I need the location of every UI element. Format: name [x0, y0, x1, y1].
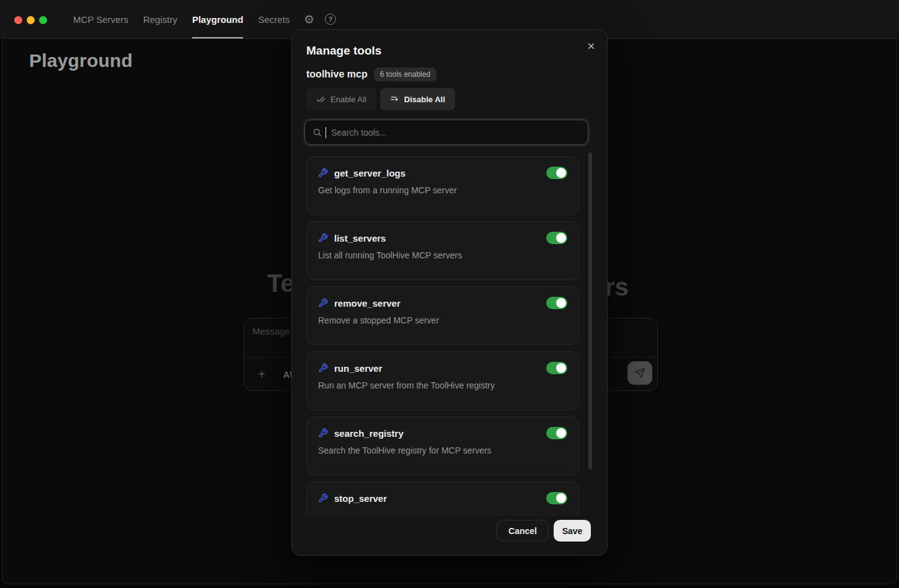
toggle-knob: [556, 168, 566, 178]
tool-card-header: get_server_logs: [318, 167, 567, 179]
close-icon[interactable]: [585, 40, 597, 52]
tool-name: remove_server: [334, 298, 401, 309]
tool-list[interactable]: get_server_logs Get logs from a running …: [306, 154, 579, 516]
toggle-knob: [556, 428, 566, 438]
toggle-knob: [556, 493, 566, 503]
app-window: MCP Servers Registry Playground Secrets …: [0, 0, 899, 588]
disable-all-button[interactable]: Disable All: [380, 88, 455, 110]
tool-card-header: remove_server: [318, 297, 567, 309]
attach-plus-icon[interactable]: +: [253, 366, 270, 383]
nav-mcp-servers[interactable]: MCP Servers: [73, 0, 128, 38]
dialog-title: Manage tools: [306, 44, 381, 58]
server-name: toolhive mcp: [306, 69, 368, 80]
tool-description: Run an MCP server from the ToolHive regi…: [318, 380, 567, 390]
tool-card-header: list_servers: [318, 232, 567, 244]
manage-tools-dialog: Manage tools toolhive mcp 6 tools enable…: [291, 29, 608, 556]
tool-card-header: run_server: [318, 362, 567, 374]
tool-card: list_servers List all running ToolHive M…: [306, 221, 579, 280]
tool-name: stop_server: [334, 493, 387, 504]
tool-description: List all running ToolHive MCP servers: [318, 250, 567, 260]
tool-description: Get logs from a running MCP server: [318, 185, 567, 195]
list-x-icon: [390, 95, 399, 104]
tool-toggle[interactable]: [546, 167, 567, 179]
traffic-lights: [14, 16, 47, 24]
wrench-icon: [318, 363, 328, 373]
search-tools-field: [304, 120, 588, 145]
tool-toggle[interactable]: [546, 362, 567, 374]
help-icon[interactable]: ?: [325, 14, 336, 25]
enable-all-button[interactable]: Enable All: [306, 88, 376, 110]
toggle-knob: [556, 233, 566, 243]
tool-name: search_registry: [334, 428, 404, 439]
toggle-knob: [556, 298, 566, 308]
enable-all-label: Enable All: [330, 95, 366, 104]
tool-description: Remove a stopped MCP server: [318, 315, 567, 325]
tool-card: search_registry Search the ToolHive regi…: [306, 416, 579, 475]
disable-all-label: Disable All: [404, 95, 445, 104]
send-plane-icon: [634, 367, 645, 379]
tool-name: list_servers: [334, 233, 386, 244]
wrench-icon: [318, 168, 328, 178]
tool-toggle[interactable]: [546, 492, 567, 504]
tool-toggle[interactable]: [546, 297, 567, 309]
text-caret: [326, 127, 326, 138]
maximize-window-button[interactable]: [39, 16, 47, 24]
check-check-icon: [316, 95, 326, 104]
send-button[interactable]: [627, 361, 652, 385]
toggle-knob: [556, 363, 566, 373]
minimize-window-button[interactable]: [27, 16, 35, 24]
tool-card: remove_server Remove a stopped MCP serve…: [306, 286, 579, 345]
tools-enabled-badge: 6 tools enabled: [374, 68, 436, 81]
search-input[interactable]: [331, 128, 580, 138]
nav-secrets[interactable]: Secrets: [258, 0, 290, 38]
tool-description: Search the ToolHive registry for MCP ser…: [318, 445, 567, 455]
tool-card-header: stop_server: [318, 492, 567, 504]
tool-name: run_server: [334, 363, 383, 374]
tool-card: run_server Run an MCP server from the To…: [306, 351, 579, 410]
tool-card: get_server_logs Get logs from a running …: [306, 156, 579, 215]
server-row: toolhive mcp 6 tools enabled: [306, 68, 436, 81]
nav-registry[interactable]: Registry: [143, 0, 177, 38]
wrench-icon: [318, 298, 328, 308]
page-title: Playground: [29, 50, 133, 71]
wrench-icon: [318, 233, 328, 243]
settings-gear-icon[interactable]: ⚙: [304, 14, 314, 25]
close-window-button[interactable]: [14, 16, 22, 24]
main-nav: MCP Servers Registry Playground Secrets: [73, 0, 290, 38]
wrench-icon: [318, 493, 328, 503]
tool-toggle[interactable]: [546, 427, 567, 439]
search-icon: [312, 128, 322, 137]
wrench-icon: [318, 428, 328, 438]
tool-toggle[interactable]: [546, 232, 567, 244]
scrollbar-thumb[interactable]: [588, 152, 592, 470]
background-heading-fragment-left: Te: [267, 270, 294, 297]
cancel-button[interactable]: Cancel: [497, 520, 549, 542]
tool-card-header: search_registry: [318, 427, 567, 439]
bulk-actions: Enable All Disable All: [306, 88, 455, 110]
nav-playground[interactable]: Playground: [192, 0, 244, 38]
save-button[interactable]: Save: [554, 520, 591, 542]
tool-card: stop_server: [306, 481, 579, 516]
background-heading-fragment-right: rs: [605, 273, 629, 301]
tool-name: get_server_logs: [334, 168, 405, 178]
